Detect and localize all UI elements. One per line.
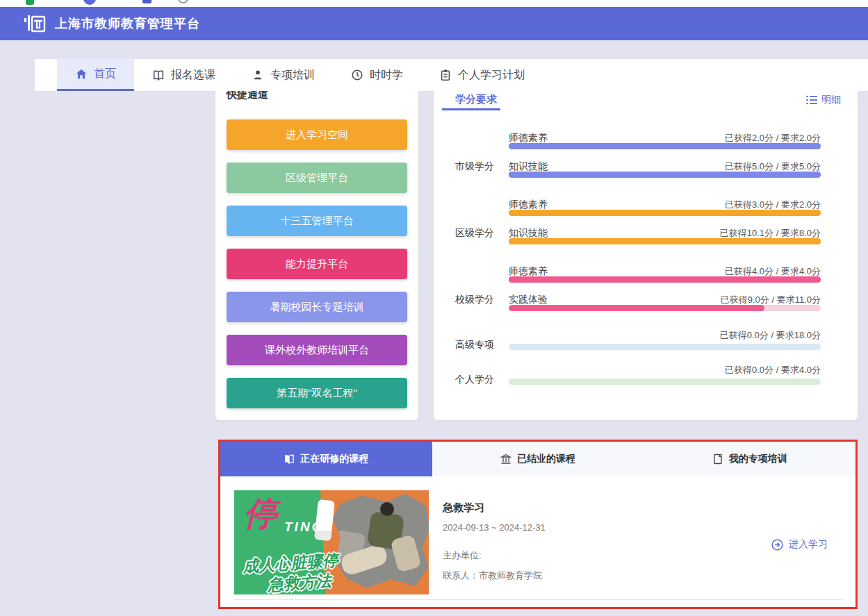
photo-person-head (380, 502, 394, 516)
group-label-advanced: 高级专项 (455, 339, 494, 351)
section-divider (234, 599, 843, 600)
credit-row-score: 已获得0.0分 / 要求4.0分 (509, 364, 821, 376)
main-nav: 首页 报名选课 专项培训 时时学 个人学习计划 (35, 59, 868, 91)
progress-bar (509, 344, 821, 350)
quick-btn-offcampus-platform[interactable]: 课外校外教师培训平台 (227, 335, 407, 365)
arrow-circle-icon (771, 539, 783, 551)
person-icon (252, 69, 264, 81)
progress-bar (509, 210, 821, 216)
nav-tab-course-selection[interactable]: 报名选课 (134, 59, 234, 91)
credit-panel-title: 学分要求 (455, 93, 497, 106)
credit-row-score: 已获得0.0分 / 要求18.0分 (509, 329, 821, 342)
notebook-icon (712, 453, 723, 465)
group-label-city: 市级学分 (455, 160, 494, 173)
nav-tab-label: 时时学 (370, 68, 403, 83)
progress-bar (509, 238, 821, 244)
favicon-avatar-icon (83, 0, 96, 5)
thumbnail-ting-text: TING (284, 519, 324, 535)
detail-link-label: 明细 (821, 94, 841, 106)
course-title: 急救学习 (443, 501, 484, 515)
progress-bar (509, 276, 821, 283)
group-label-school: 校级学分 (455, 294, 494, 306)
thumbnail-title-line2: 急救方法 (267, 570, 332, 594)
quick-btn-district-platform[interactable]: 区级管理平台 (227, 163, 407, 193)
favicon-blue-icon (142, 0, 152, 3)
group-label-personal: 个人学分 (455, 374, 494, 386)
tab-label: 已结业的课程 (517, 453, 575, 465)
credit-title-underline (442, 108, 500, 110)
course-organizer: 主办单位: (443, 549, 482, 562)
browser-strip (0, 0, 868, 7)
progress-fill (509, 305, 764, 311)
my-courses-section: 正在研修的课程 已结业的课程 我的专项培训 停 TING (218, 440, 858, 609)
nav-tab-label: 个人学习计划 (458, 68, 525, 83)
tab-label: 正在研修的课程 (300, 453, 368, 465)
cpr-photo (333, 494, 429, 591)
tab-completed-courses[interactable]: 已结业的课程 (432, 442, 644, 476)
course-thumbnail[interactable]: 停 TING 成人心脏骤停 急救方法 (234, 490, 429, 594)
progress-bar (509, 143, 821, 149)
page: 上海市教师教育管理平台 首页 报名选课 专项培训 时时学 个人学习计划 快捷通道… (0, 0, 868, 616)
page-title: 上海市教师教育管理平台 (55, 15, 200, 32)
progress-fill (509, 143, 821, 149)
book-icon (152, 69, 165, 81)
quick-btn-13-5-platform[interactable]: 十三五管理平台 (227, 206, 407, 236)
nav-tab-label: 报名选课 (171, 68, 215, 83)
credit-requirements-panel: 学分要求 明细 市级学分 区级学分 校级学分 高级专项 个人学分 师德素养 已获… (434, 87, 858, 420)
nav-tab-label: 专项培训 (270, 68, 315, 83)
photo-person-legs (390, 534, 421, 572)
list-icon (806, 95, 817, 105)
course-dates: 2024-09-13 ~ 2024-12-31 (443, 522, 546, 533)
clock-icon (351, 69, 363, 81)
progress-bar (509, 172, 821, 178)
nav-tab-label: 首页 (94, 67, 116, 81)
quick-btn-ability-platform[interactable]: 能力提升平台 (227, 249, 407, 279)
group-label-district: 区级学分 (455, 227, 494, 240)
course-contact: 联系人：市教师教育学院 (443, 569, 542, 582)
app-header: 上海市教师教育管理平台 (0, 7, 868, 40)
course-tabs: 正在研修的课程 已结业的课程 我的专项培训 (220, 442, 855, 476)
tab-my-special-training[interactable]: 我的专项培训 (644, 442, 855, 476)
progress-fill (509, 276, 821, 283)
nav-tab-anytime-learning[interactable]: 时时学 (333, 59, 421, 91)
progress-fill (509, 210, 821, 216)
tab-label: 我的专项培训 (729, 453, 787, 465)
home-icon (75, 68, 88, 81)
enter-learning-label: 进入学习 (789, 538, 828, 551)
nav-tab-special-training[interactable]: 专项培训 (234, 59, 333, 91)
tab-current-courses[interactable]: 正在研修的课程 (220, 442, 432, 476)
nav-tab-personal-plan[interactable]: 个人学习计划 (421, 59, 543, 91)
quick-btn-shuangming-project[interactable]: 第五期"双名工程" (227, 378, 407, 408)
progress-fill (509, 238, 821, 244)
open-book-icon (284, 453, 295, 465)
platform-logo-icon (23, 12, 47, 35)
progress-bar (509, 305, 821, 311)
clipboard-icon (439, 69, 452, 81)
bank-icon (500, 453, 511, 465)
quick-channel-panel: 快捷通道 进入学习空间 区级管理平台 十三五管理平台 能力提升平台 暑期校园长专… (215, 87, 418, 420)
nav-tab-home[interactable]: 首页 (57, 59, 134, 91)
enter-learning-link[interactable]: 进入学习 (771, 538, 828, 551)
quick-btn-summer-training[interactable]: 暑期校园长专题培训 (227, 292, 407, 322)
progress-bar (509, 378, 821, 385)
progress-fill (509, 172, 821, 178)
detail-link[interactable]: 明细 (806, 94, 841, 106)
favicon-green-icon (26, 0, 34, 5)
favicon-gray-icon (178, 0, 188, 3)
thumbnail-stop-char: 停 (244, 492, 277, 536)
quick-btn-learning-space[interactable]: 进入学习空间 (227, 119, 407, 150)
